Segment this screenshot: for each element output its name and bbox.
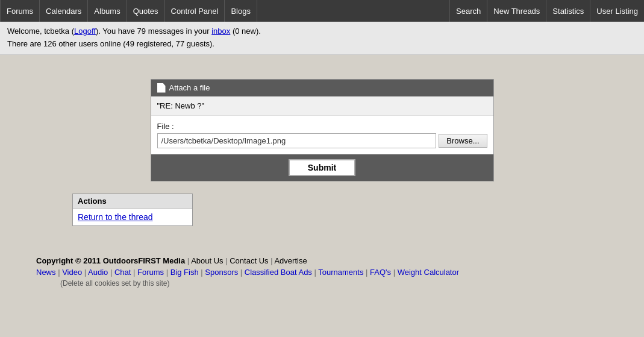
footer-weight-calculator[interactable]: Weight Calculator (398, 268, 459, 277)
welcome-text-after: ). You have 79 messages in your (96, 27, 210, 36)
footer-copyright: Copyright © 2011 OutdoorsFIRST Media | A… (36, 256, 608, 265)
attach-panel-title: Attach a file (169, 83, 210, 92)
footer-links-row2: News | Video | Audio | Chat | Forums | B… (36, 268, 608, 277)
page-wrapper: Forums Calendars Albums Quotes Control P… (0, 0, 644, 337)
attach-file-icon (157, 83, 166, 93)
thread-title: "RE: Newb ?" (151, 96, 493, 116)
footer-video[interactable]: Video (62, 268, 82, 277)
file-label: File : (157, 122, 487, 131)
footer-faqs[interactable]: FAQ's (370, 268, 391, 277)
actions-header: Actions (73, 194, 192, 209)
attach-panel-footer: Submit (151, 154, 493, 181)
main-content: Attach a file "RE: Newb ?" File : Browse… (0, 55, 644, 250)
nav-new-threads[interactable]: New Threads (487, 0, 546, 22)
nav-calendars[interactable]: Calendars (40, 0, 88, 22)
footer-news[interactable]: News (36, 268, 56, 277)
nav-blogs[interactable]: Blogs (225, 0, 257, 22)
footer-chat[interactable]: Chat (114, 268, 131, 277)
footer-cookie: (Delete all cookies set by this site) (36, 279, 608, 288)
footer-about-us[interactable]: About Us (191, 256, 223, 265)
nav-quotes[interactable]: Quotes (127, 0, 165, 22)
actions-panel: Actions Return to the thread (72, 194, 193, 226)
attach-panel-body: File : Browse... (151, 116, 493, 154)
new-messages: (0 new). (233, 27, 261, 36)
footer-big-fish[interactable]: Big Fish (170, 268, 199, 277)
inbox-link[interactable]: inbox (211, 27, 230, 36)
copyright-text: Copyright © 2011 OutdoorsFIRST Media (36, 256, 185, 265)
footer-forums[interactable]: Forums (137, 268, 164, 277)
browse-button[interactable]: Browse... (439, 134, 487, 148)
nav-albums[interactable]: Albums (88, 0, 127, 22)
footer-tournaments[interactable]: Tournaments (318, 268, 363, 277)
nav-control-panel[interactable]: Control Panel (165, 0, 225, 22)
nav-search[interactable]: Search (449, 0, 487, 22)
footer-advertise[interactable]: Advertise (274, 256, 307, 265)
file-path-input[interactable] (157, 133, 437, 148)
top-nav: Forums Calendars Albums Quotes Control P… (0, 0, 644, 22)
cookie-text: (Delete all cookies set by this site) (60, 279, 169, 288)
footer-contact-us[interactable]: Contact Us (230, 256, 268, 265)
actions-body: Return to the thread (73, 209, 192, 225)
nav-left: Forums Calendars Albums Quotes Control P… (0, 0, 257, 22)
file-input-row: Browse... (157, 133, 487, 148)
footer-audio[interactable]: Audio (88, 268, 108, 277)
nav-forums[interactable]: Forums (0, 0, 40, 22)
welcome-text-before: Welcome, tcbetka ( (7, 27, 74, 36)
footer: Copyright © 2011 OutdoorsFIRST Media | A… (0, 250, 644, 290)
welcome-bar: Welcome, tcbetka (Logoff). You have 79 m… (0, 22, 644, 55)
footer-sponsors[interactable]: Sponsors (205, 268, 238, 277)
welcome-line1: Welcome, tcbetka (Logoff). You have 79 m… (7, 25, 637, 38)
attach-panel-header: Attach a file (151, 80, 493, 96)
welcome-line2: There are 126 other users online (49 reg… (7, 38, 637, 51)
nav-user-listing[interactable]: User Listing (590, 0, 644, 22)
submit-button[interactable]: Submit (289, 159, 355, 176)
attach-panel: Attach a file "RE: Newb ?" File : Browse… (151, 79, 494, 181)
return-to-thread-link[interactable]: Return to the thread (78, 212, 153, 222)
nav-statistics[interactable]: Statistics (546, 0, 590, 22)
footer-classified-boat-ads[interactable]: Classified Boat Ads (245, 268, 312, 277)
logoff-link[interactable]: Logoff (74, 27, 96, 36)
nav-right: Search New Threads Statistics User Listi… (449, 0, 644, 22)
